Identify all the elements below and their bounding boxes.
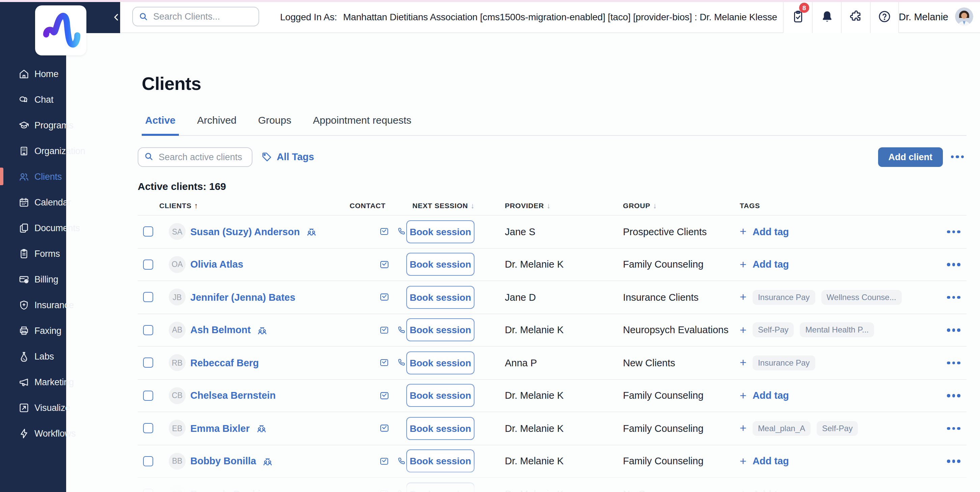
sidebar-item-programs[interactable]: Programs <box>0 112 66 138</box>
sidebar-item-billing[interactable]: Billing <box>0 266 66 292</box>
row-checkbox[interactable] <box>143 456 153 466</box>
sidebar-item-workflows[interactable]: Workflows <box>0 420 66 446</box>
all-tags-filter[interactable]: All Tags <box>261 152 314 162</box>
sort-desc-icon: ↓ <box>653 201 657 209</box>
column-header-provider[interactable]: PROVIDER↓ <box>505 201 623 209</box>
client-name-link[interactable]: Bobby Bonilla <box>190 456 256 466</box>
client-name-link[interactable]: Ash Belmont <box>190 325 251 335</box>
tab-groups[interactable]: Groups <box>255 114 294 135</box>
row-actions-icon[interactable] <box>945 490 963 492</box>
global-search-input[interactable] <box>132 7 259 26</box>
sidebar-item-calendar[interactable]: Calendar <box>0 189 66 215</box>
integrations-button[interactable] <box>841 0 870 33</box>
app-logo[interactable] <box>35 5 86 56</box>
book-session-button[interactable]: Book session <box>406 417 474 440</box>
row-actions-icon[interactable] <box>945 326 963 334</box>
book-session-button[interactable]: Book session <box>406 286 474 309</box>
provider-name: Dr. Melanie K <box>505 390 623 401</box>
row-checkbox[interactable] <box>143 325 153 335</box>
tasks-button[interactable]: 8 <box>783 0 812 33</box>
add-tag-link[interactable]: Add tag <box>752 259 789 270</box>
row-actions-icon[interactable] <box>945 457 963 465</box>
tag-chip[interactable]: Self-Pay <box>817 421 858 436</box>
book-session-button[interactable]: Book session <box>406 482 474 492</box>
add-tag-plus-icon[interactable]: + <box>740 324 746 336</box>
book-session-button[interactable]: Book session <box>406 319 474 342</box>
sidebar-item-home[interactable]: Home <box>0 61 66 86</box>
client-name-link[interactable]: Rebeccaf Berg <box>190 358 259 368</box>
add-tag-plus-icon[interactable]: + <box>740 357 746 369</box>
tag-chip[interactable]: Meal_plan_A <box>752 421 811 436</box>
sidebar-item-faxing[interactable]: Faxing <box>0 318 66 343</box>
client-name-link[interactable]: Example Booking <box>190 489 272 492</box>
tab-archived[interactable]: Archived <box>194 114 240 135</box>
tag-chip[interactable]: Self-Pay <box>752 323 794 337</box>
book-session-button[interactable]: Book session <box>406 450 474 473</box>
sidebar-item-labs[interactable]: Labs <box>0 343 66 369</box>
client-name-link[interactable]: Emma Bixler <box>190 423 250 434</box>
notifications-button[interactable] <box>812 0 841 33</box>
add-tag-link[interactable]: Add tag <box>752 390 789 401</box>
row-checkbox[interactable] <box>143 358 153 368</box>
row-checkbox[interactable] <box>143 292 153 302</box>
sidebar-item-visualize[interactable]: Visualize <box>0 395 66 420</box>
add-tag-plus-icon[interactable]: + <box>740 455 746 467</box>
add-tag-plus-icon[interactable]: + <box>740 292 746 303</box>
add-tag-plus-icon[interactable]: + <box>740 259 746 270</box>
sidebar-item-documents[interactable]: Documents <box>0 215 66 241</box>
column-header-next-session[interactable]: NEXT SESSION↓ <box>406 201 505 209</box>
row-checkbox[interactable] <box>143 227 153 237</box>
add-tag-plus-icon[interactable]: + <box>740 423 746 434</box>
row-checkbox[interactable] <box>143 391 153 401</box>
row-actions-icon[interactable] <box>945 260 963 268</box>
add-tag-plus-icon[interactable]: + <box>740 390 746 401</box>
family-members-icon[interactable] <box>257 324 268 336</box>
family-members-icon[interactable] <box>262 455 274 467</box>
row-actions-icon[interactable] <box>945 358 963 367</box>
user-menu[interactable]: Dr. Melanie <box>899 0 973 33</box>
tag-chip[interactable]: Insurance Pay <box>752 290 815 305</box>
client-name-link[interactable]: Olivia Atlas <box>190 259 243 270</box>
add-tag-link[interactable]: Add tag <box>752 489 789 492</box>
row-actions-icon[interactable] <box>945 227 963 236</box>
column-header-group[interactable]: GROUP↓ <box>623 201 740 209</box>
row-actions-icon[interactable] <box>945 293 963 302</box>
book-session-button[interactable]: Book session <box>406 384 474 407</box>
row-checkbox[interactable] <box>143 489 153 492</box>
help-button[interactable] <box>870 0 899 33</box>
sidebar-item-marketing[interactable]: Marketing <box>0 369 66 395</box>
tag-chip[interactable]: Mental Health P... <box>800 323 874 337</box>
client-name-link[interactable]: Susan (Suzy) Anderson <box>190 227 300 237</box>
family-members-icon[interactable] <box>256 423 267 434</box>
add-tag-link[interactable]: Add tag <box>752 227 789 237</box>
more-options-icon[interactable] <box>948 153 967 161</box>
client-name-link[interactable]: Chelsea Bernstein <box>190 390 276 401</box>
client-name-link[interactable]: Jennifer (Jenna) Bates <box>190 292 295 303</box>
tab-appointment-requests[interactable]: Appointment requests <box>309 114 415 135</box>
row-checkbox[interactable] <box>143 259 153 270</box>
sidebar-item-clients[interactable]: Clients <box>0 163 66 189</box>
sidebar-item-organization[interactable]: Organization <box>0 138 66 163</box>
tag-chip[interactable]: Insurance Pay <box>752 356 815 371</box>
row-actions-icon[interactable] <box>945 424 963 433</box>
sidebar-item-chat[interactable]: Chat <box>0 86 66 112</box>
sidebar-item-forms[interactable]: Forms <box>0 241 66 266</box>
add-tag-plus-icon[interactable]: + <box>740 226 746 238</box>
book-session-button[interactable]: Book session <box>406 351 474 374</box>
tab-active[interactable]: Active <box>142 114 179 136</box>
book-session-button[interactable]: Book session <box>406 220 474 243</box>
tag-chip[interactable]: Wellness Counse... <box>821 290 901 305</box>
lightning-icon <box>18 428 30 439</box>
sidebar-collapse-button[interactable] <box>109 9 123 25</box>
active-clients-search-input[interactable] <box>138 147 253 166</box>
add-client-button[interactable]: Add client <box>878 147 943 166</box>
family-members-icon[interactable] <box>306 226 317 238</box>
row-checkbox[interactable] <box>143 423 153 433</box>
add-tag-link[interactable]: Add tag <box>752 456 789 466</box>
email-icon <box>379 292 390 302</box>
column-header-clients[interactable]: CLIENTS↑ <box>159 201 350 209</box>
add-tag-plus-icon[interactable]: + <box>740 488 746 492</box>
sidebar-item-insurance[interactable]: Insurance <box>0 292 66 318</box>
row-actions-icon[interactable] <box>945 391 963 400</box>
book-session-button[interactable]: Book session <box>406 253 474 276</box>
